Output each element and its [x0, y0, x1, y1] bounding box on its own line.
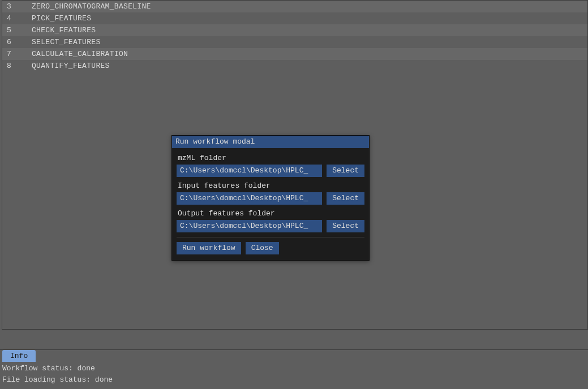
table-row[interactable]: 7 CALCULATE_CALIBRATION [2, 48, 587, 60]
modal-body: mzML folder C:\Users\domccl\Desktop\HPLC… [172, 148, 369, 260]
info-tab-strip: Info [0, 350, 588, 362]
step-name: PICK_FEATURES [32, 12, 91, 24]
info-panel: Info Workflow status: done File loading … [0, 349, 588, 389]
tab-info[interactable]: Info [2, 350, 36, 362]
step-index: 7 [2, 48, 32, 60]
table-row[interactable]: 4 PICK_FEATURES [2, 12, 587, 24]
info-body: Workflow status: done File loading statu… [0, 362, 588, 387]
table-row[interactable]: 6 SELECT_FEATURES [2, 36, 587, 48]
mzml-folder-select-button[interactable]: Select [327, 165, 364, 177]
step-name: CHECK_FEATURES [32, 24, 96, 36]
mzml-folder-label: mzML folder [177, 154, 364, 162]
step-name: ZERO_CHROMATOGRAM_BASELINE [32, 1, 151, 12]
workflow-steps-panel: 3 ZERO_CHROMATOGRAM_BASELINE 4 PICK_FEAT… [2, 0, 588, 330]
output-features-folder-select-button[interactable]: Select [327, 220, 364, 232]
step-index: 6 [2, 36, 32, 48]
step-index: 5 [2, 24, 32, 36]
step-name: QUANTIFY_FEATURES [32, 60, 110, 72]
table-row[interactable]: 5 CHECK_FEATURES [2, 24, 587, 36]
input-features-folder-select-button[interactable]: Select [327, 192, 364, 205]
workflow-steps-table: 3 ZERO_CHROMATOGRAM_BASELINE 4 PICK_FEAT… [2, 1, 587, 72]
workflow-status-line: Workflow status: done [2, 363, 586, 374]
input-features-folder-group: Input features folder C:\Users\domccl\De… [177, 181, 364, 205]
output-features-folder-input[interactable]: C:\Users\domccl\Desktop\HPLC_ [177, 220, 322, 232]
input-features-folder-input[interactable]: C:\Users\domccl\Desktop\HPLC_ [177, 192, 322, 205]
output-features-folder-group: Output features folder C:\Users\domccl\D… [177, 209, 364, 232]
step-index: 3 [2, 1, 32, 12]
step-name: SELECT_FEATURES [32, 36, 101, 48]
output-features-folder-label: Output features folder [177, 209, 364, 218]
run-workflow-button[interactable]: Run workflow [177, 242, 241, 254]
mzml-folder-group: mzML folder C:\Users\domccl\Desktop\HPLC… [177, 154, 364, 177]
file-loading-status-line: File loading status: done [2, 374, 586, 386]
close-button[interactable]: Close [246, 242, 279, 254]
step-index: 4 [2, 12, 32, 24]
modal-titlebar[interactable]: Run workflow modal [172, 136, 369, 148]
table-row[interactable]: 8 QUANTIFY_FEATURES [2, 60, 587, 72]
run-workflow-modal: Run workflow modal mzML folder C:\Users\… [171, 135, 370, 261]
step-name: CALCULATE_CALIBRATION [32, 48, 128, 60]
step-index: 8 [2, 60, 32, 72]
input-features-folder-label: Input features folder [177, 181, 364, 190]
modal-actions: Run workflow Close [177, 237, 364, 254]
table-row[interactable]: 3 ZERO_CHROMATOGRAM_BASELINE [2, 1, 587, 12]
mzml-folder-input[interactable]: C:\Users\domccl\Desktop\HPLC_ [177, 165, 322, 177]
